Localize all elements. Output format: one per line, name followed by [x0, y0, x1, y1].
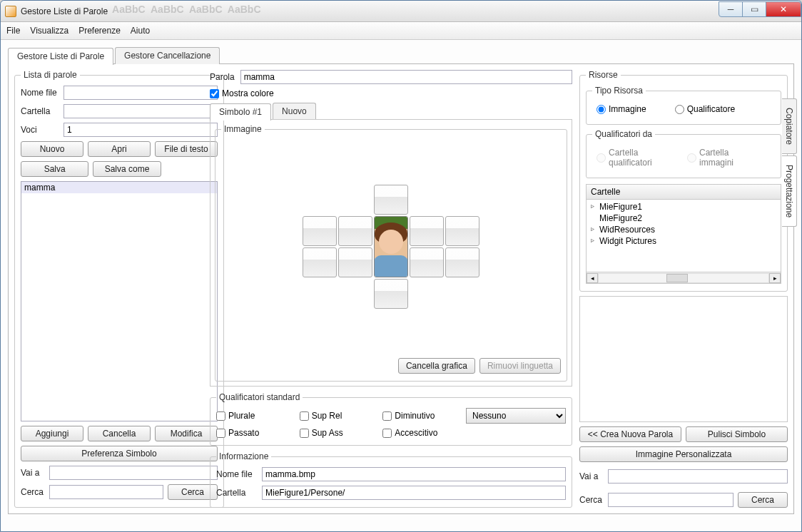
image-legend: Immagine [221, 124, 265, 134]
custom-image-button[interactable]: Immagine Personalizzata [579, 446, 788, 462]
resource-image-label: Immagine [609, 104, 646, 114]
right-search-input[interactable] [608, 493, 734, 507]
supass-label: Sup Ass [312, 428, 343, 438]
save-button[interactable]: Salva [21, 161, 88, 177]
qualifier-dropdown[interactable]: Nessuno [466, 408, 566, 424]
slot-top[interactable] [374, 185, 408, 215]
accescitivo-checkbox[interactable] [382, 429, 392, 438]
client-area: Gestore Liste di Parole Gestore Cancella… [1, 40, 801, 531]
titlebar-background-blur: AaBbC AaBbC AaBbC AaBbC [112, 4, 715, 19]
tab-delete-manager[interactable]: Gestore Cancellazione [115, 47, 220, 64]
scroll-right-icon[interactable]: ▸ [769, 273, 781, 283]
diminutivo-checkbox[interactable] [382, 411, 392, 421]
info-fieldset: Informazione Nome file Cartella [210, 451, 572, 508]
folder-tree[interactable]: MieFigure1 MieFigure2 WidResources Widgi… [586, 200, 781, 284]
folder-input[interactable] [64, 104, 218, 118]
passato-checkbox[interactable] [216, 429, 225, 438]
add-button[interactable]: Aggiungi [21, 426, 83, 441]
qualifiers-fieldset: Qualificatori standard Plurale Sup Rel D… [210, 392, 572, 446]
suprel-checkbox[interactable] [300, 411, 309, 421]
goto-input[interactable] [49, 466, 218, 480]
window-title: Gestore Liste di Parole [21, 6, 108, 16]
filename-input[interactable] [64, 86, 218, 100]
slot-left-1[interactable] [303, 216, 337, 246]
tab-symbol-new[interactable]: Nuovo [273, 103, 316, 120]
delete-graphic-button[interactable]: Cancella grafica [398, 358, 475, 374]
close-button[interactable]: ✕ [766, 1, 801, 17]
word-input[interactable] [240, 70, 572, 84]
slot-right-1[interactable] [410, 216, 444, 246]
showcolor-checkbox[interactable] [210, 89, 219, 98]
right-search-label: Cerca [579, 495, 608, 505]
slot-left-4[interactable] [338, 247, 372, 277]
accescitivo-label: Accescitivo [395, 428, 437, 438]
new-button[interactable]: Nuovo [21, 141, 83, 157]
slot-bottom[interactable] [374, 279, 408, 309]
edit-button[interactable]: Modifica [155, 426, 218, 441]
resources-fieldset: Risorse Tipo Risorsa Immagine Qualificat… [579, 70, 788, 292]
info-folder-label: Cartella [216, 488, 262, 498]
right-search-button[interactable]: Cerca [738, 492, 788, 508]
symbol-center-image[interactable] [374, 216, 408, 277]
saveas-button[interactable]: Salva come [93, 161, 161, 177]
supass-checkbox[interactable] [300, 429, 309, 438]
search-label: Cerca [21, 487, 49, 497]
resource-qualifier-label: Qualificatore [687, 104, 735, 114]
maximize-button[interactable]: ▭ [742, 1, 766, 17]
symbol-pref-button[interactable]: Preferenza Simbolo [21, 446, 218, 461]
sidetab-progettazione[interactable]: Progettazione [782, 155, 797, 227]
voci-input[interactable] [64, 123, 218, 137]
tab-symbol-1[interactable]: Simbolo #1 [210, 103, 271, 121]
textfile-button[interactable]: File di testo [155, 141, 218, 157]
remove-tab-button[interactable]: Rimuovi linguetta [479, 358, 561, 374]
menu-prefs[interactable]: Preferenze [78, 26, 121, 36]
middle-column: Parola Mostra colore Simbolo #1 Nuovo Im… [210, 70, 572, 508]
imgfolder-label: Cartella immagini [699, 148, 749, 168]
resource-type-fieldset: Tipo Risorsa Immagine Qualificatore [586, 86, 781, 125]
qualifiers-from-fieldset: Qualificatori da Cartella qualificatori … [586, 129, 781, 178]
tree-item[interactable]: MieFigure2 [589, 213, 778, 224]
slot-left-2[interactable] [338, 216, 372, 246]
slot-right-4[interactable] [445, 247, 479, 277]
goto-label: Vai a [21, 468, 49, 478]
qualfolder-label: Cartella qualificatori [609, 148, 659, 168]
word-listbox[interactable]: mamma [21, 181, 218, 421]
info-filename-input[interactable] [262, 467, 566, 481]
imgfolder-radio [687, 153, 696, 163]
scroll-left-icon[interactable]: ◂ [587, 273, 598, 283]
info-legend: Informazione [216, 451, 271, 461]
right-goto-input[interactable] [608, 469, 788, 484]
slot-right-2[interactable] [445, 216, 479, 246]
resource-image-radio[interactable] [597, 105, 606, 114]
tree-scrollbar[interactable]: ◂ ▸ [587, 272, 781, 283]
plurale-checkbox[interactable] [216, 411, 225, 421]
tab-wordlist-manager[interactable]: Gestore Liste di Parole [8, 48, 113, 65]
qualifiers-from-legend: Qualificatori da [592, 129, 655, 139]
tree-item[interactable]: MieFigure1 [589, 201, 778, 213]
wordlist-fieldset: Lista di parole Nome file Cartella Voci [14, 70, 224, 508]
resource-qualifier-radio[interactable] [675, 105, 684, 114]
slot-left-3[interactable] [303, 247, 337, 277]
symbol-panel: Immagine [210, 119, 572, 387]
clean-symbol-button[interactable]: Pulisci Simbolo [686, 426, 788, 442]
sidetab-copiatore[interactable]: Copiatore [782, 98, 797, 154]
tree-item[interactable]: Widgit Pictures [589, 235, 778, 247]
slot-right-3[interactable] [410, 247, 444, 277]
menubar: File Visualizza Preferenze Aiuto [1, 22, 801, 40]
menu-file[interactable]: File [6, 26, 20, 36]
tree-item[interactable]: WidResources [589, 224, 778, 235]
word-label: Parola [210, 72, 235, 82]
menu-view[interactable]: Visualizza [30, 26, 68, 36]
right-goto-label: Vai a [579, 471, 608, 481]
create-word-button[interactable]: << Crea Nuova Parola [579, 426, 681, 442]
folders-header: Cartelle [586, 184, 781, 200]
search-input[interactable] [49, 485, 163, 499]
menu-help[interactable]: Aiuto [131, 26, 150, 36]
info-folder-input[interactable] [262, 486, 566, 500]
minimize-button[interactable]: ─ [719, 1, 743, 17]
open-button[interactable]: Apri [88, 141, 151, 157]
list-item[interactable]: mamma [21, 182, 217, 193]
window-controls: ─ ▭ ✕ [719, 1, 801, 17]
delete-button[interactable]: Cancella [88, 426, 151, 441]
resources-legend: Risorse [586, 70, 621, 80]
